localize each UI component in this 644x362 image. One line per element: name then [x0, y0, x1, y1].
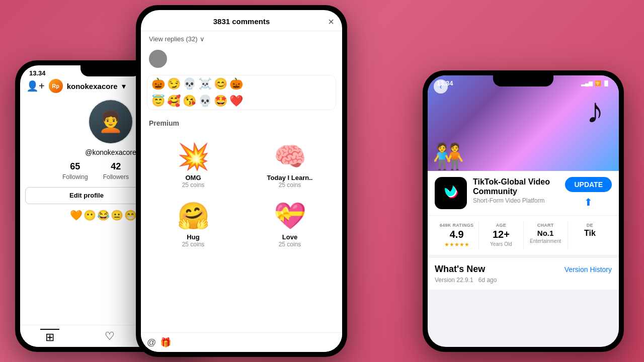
gift-icon[interactable]: 🎁: [160, 337, 171, 348]
emoji-pumpkin[interactable]: 🎃: [151, 77, 165, 90]
following-label: Following: [62, 173, 88, 180]
sticker-hug-img: 🤗: [151, 201, 235, 231]
hero-tiktok-logo: ♪: [586, 90, 604, 131]
stickers-grid: 💥 OMG 25 coins 🧠 Today I Learn.. 25 coin…: [141, 137, 342, 252]
update-button[interactable]: UPDATE: [565, 177, 612, 192]
chevron-down-icon[interactable]: ▾: [122, 81, 126, 91]
emoji-panel: 🎃 😏 💀 ☠️ 😊 🎃 😇 🥰 😘 💀 🤩 ❤️: [147, 75, 336, 110]
emoji-heart[interactable]: ❤️: [229, 95, 243, 108]
ig-stat-following: 65 Following: [62, 161, 88, 181]
emoji-love[interactable]: 🥰: [167, 95, 181, 108]
emoji-smirk[interactable]: 😏: [167, 77, 181, 90]
ratings-count-label: 649K RATINGS: [437, 223, 476, 228]
commenter-avatar: [149, 50, 167, 68]
view-replies-text: View replies (32): [149, 35, 198, 43]
comments-title: 3831 comments: [213, 17, 270, 26]
comment-input-row: @ 🎁: [141, 332, 342, 352]
tiktok-comments-screen: 3831 comments × View replies (32) ∨ 🎃 😏 …: [141, 10, 342, 352]
chevron-icon: ∨: [200, 35, 205, 43]
share-icon[interactable]: ⬆: [584, 196, 593, 208]
appstore-screen: 13.34 ▂▄▆ 🛜 ▐▌ ‹ 🧑‍🤝‍🧑 ♪: [428, 75, 619, 347]
phone-appstore: 13.34 ▂▄▆ 🛜 ▐▌ ‹ 🧑‍🤝‍🧑 ♪: [423, 70, 624, 352]
followers-count: 42: [103, 161, 129, 172]
dev-icon: Tik: [570, 229, 610, 238]
battery-icon-right: ▐▌: [603, 80, 610, 86]
sticker-love-price: 25 coins: [248, 241, 332, 248]
following-count: 65: [62, 161, 88, 172]
status-bar-right: 13.34 ▂▄▆ 🛜 ▐▌: [428, 75, 619, 87]
status-time-left: 13.34: [29, 69, 46, 77]
sticker-omg-img: 💥: [151, 141, 235, 172]
app-subtitle: Short-Form Video Platform: [473, 197, 559, 204]
sticker-love[interactable]: 💝 Love 25 coins: [244, 197, 336, 252]
version-info: Version 22.9.1 6d ago: [435, 277, 612, 284]
notch-left: [80, 65, 141, 76]
emoji-pumpkin2[interactable]: 🎃: [229, 77, 243, 90]
premium-section: Premium: [141, 114, 342, 137]
sticker-hug-name: Hug: [151, 233, 235, 241]
status-icons-right: ▂▄▆ 🛜 ▐▌: [581, 80, 610, 86]
sticker-learn-img: 🧠: [248, 141, 332, 172]
ig-header-left: 👤+ Rp konokexacore ▾: [26, 79, 126, 93]
close-button[interactable]: ×: [328, 16, 334, 28]
emoji-skull1[interactable]: 💀: [183, 77, 196, 90]
rating-value: 4.9: [437, 229, 476, 240]
sticker-hug[interactable]: 🤗 Hug 25 coins: [147, 197, 239, 252]
app-icon: [435, 177, 467, 209]
sticker-omg-price: 25 coins: [151, 182, 235, 189]
ig-username[interactable]: konokexacore: [67, 82, 118, 90]
chart-sub: Entertainment: [526, 238, 566, 244]
ig-nav-reels[interactable]: ♡: [100, 330, 120, 343]
wifi-icon-right: 🛜: [595, 80, 601, 86]
sticker-omg[interactable]: 💥 OMG 25 coins: [147, 137, 239, 193]
comments-header: 3831 comments ×: [141, 10, 342, 31]
commenter-row: [141, 47, 342, 71]
emoji-skull3[interactable]: 💀: [198, 95, 212, 108]
emoji-angel[interactable]: 😇: [151, 95, 165, 108]
ig-stat-followers: 42 Followers: [103, 161, 129, 181]
emoji-row-2: 😇 🥰 😘 💀 🤩 ❤️: [147, 93, 336, 110]
sticker-love-img: 💝: [248, 201, 332, 231]
ig-nav-grid[interactable]: ⊞: [40, 329, 59, 344]
app-action-right: UPDATE ⬆: [565, 177, 612, 208]
sticker-learn-name: Today I Learn..: [248, 174, 332, 182]
rating-block-score: 649K RATINGS 4.9 ★★★★★: [435, 221, 479, 250]
sticker-omg-name: OMG: [151, 174, 235, 182]
rating-block-age: AGE 12+ Years Old: [479, 221, 523, 250]
version-history-link[interactable]: Version History: [565, 265, 612, 274]
premium-label: Premium: [149, 119, 334, 127]
whats-new-section: What's New Version History Version 22.9.…: [428, 258, 619, 290]
sticker-learn[interactable]: 🧠 Today I Learn.. 25 coins: [244, 137, 336, 193]
phone-tiktok-comments: 3831 comments × View replies (32) ∨ 🎃 😏 …: [136, 5, 347, 357]
chart-label: CHART: [526, 223, 566, 228]
appstore-info: TikTok-Global Video Community Short-Form…: [428, 171, 619, 215]
at-icon[interactable]: @: [147, 337, 156, 348]
emoji-star-eyes[interactable]: 🤩: [214, 95, 227, 108]
status-time-right: 13.34: [437, 79, 453, 87]
app-ratings-row: 649K RATINGS 4.9 ★★★★★ AGE 12+ Years Old…: [428, 215, 619, 255]
signal-icon-right: ▂▄▆: [581, 80, 593, 86]
emoji-row-1: 🎃 😏 💀 ☠️ 😊 🎃: [147, 75, 336, 93]
dev-label: DE: [570, 223, 610, 228]
hero-figures: 🧑‍🤝‍🧑: [433, 142, 464, 171]
emoji-kiss[interactable]: 😘: [183, 95, 196, 108]
rating-stars: ★★★★★: [437, 241, 476, 248]
edit-profile-button[interactable]: Edit profile: [25, 187, 148, 204]
emoji-skull2[interactable]: ☠️: [198, 77, 212, 90]
emoji-smile[interactable]: 😊: [214, 77, 227, 90]
app-hero-banner: ‹ 🧑‍🤝‍🧑 ♪: [428, 75, 619, 171]
age-label: AGE: [481, 223, 521, 228]
chart-value: No.1: [526, 229, 566, 237]
sticker-learn-price: 25 coins: [248, 182, 332, 189]
view-replies[interactable]: View replies (32) ∨: [141, 31, 342, 47]
age-value: 12+: [481, 229, 521, 240]
ig-avatar-small[interactable]: Rp: [49, 79, 63, 93]
ig-avatar-large: 🧑‍🦱: [88, 99, 133, 144]
app-row: TikTok-Global Video Community Short-Form…: [435, 177, 612, 209]
followers-label: Followers: [103, 173, 129, 180]
rating-block-dev: DE Tik: [568, 221, 612, 250]
sticker-hug-price: 25 coins: [151, 241, 235, 248]
add-user-icon[interactable]: 👤+: [26, 80, 45, 92]
app-details: TikTok-Global Video Community Short-Form…: [473, 177, 559, 204]
version-ago: 6d ago: [478, 277, 497, 284]
